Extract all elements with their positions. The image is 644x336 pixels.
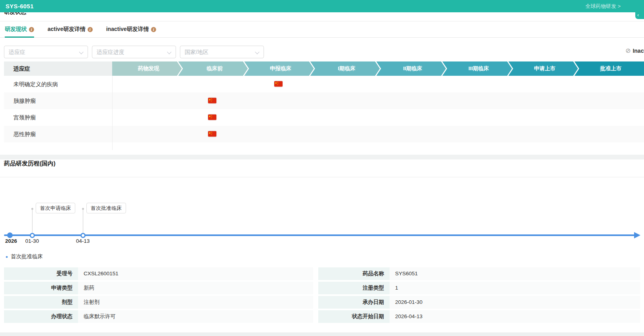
detail-gap <box>313 267 318 280</box>
detail-gap <box>313 310 318 323</box>
detail-row: 剂型注射剂承办日期2026-01-30 <box>4 296 640 309</box>
stage-7: 申请上市 <box>508 61 578 76</box>
detail-row: 受理号CXSL2600151药品名称SYS6051 <box>4 267 640 280</box>
stage-5: II期临床 <box>376 61 446 76</box>
indication-table: 适应症 药物发现临床前申报临床I期临床II期临床III期临床申请上市批准上市 未… <box>4 61 644 150</box>
timeline-year-label: 2026 <box>2 238 20 244</box>
detail-label: 药品名称 <box>318 267 390 280</box>
stage-6: III期临床 <box>442 61 512 76</box>
slash-circle-icon: ⊘ <box>625 48 631 54</box>
detail-label: 剂型 <box>4 296 78 309</box>
detail-label: 受理号 <box>4 267 78 280</box>
detail-value: SYS6051 <box>390 267 640 280</box>
stage-2: 临床前 <box>178 61 248 76</box>
drug-title: SYS-6051 <box>6 3 34 10</box>
breadcrumb[interactable]: 全球药物研发 > <box>585 3 621 10</box>
column-divider <box>112 76 113 150</box>
filter-select-indication-progress[interactable]: 适应症进度 <box>92 46 176 58</box>
tab-current-status[interactable]: 研发现状i <box>5 21 34 37</box>
stage-8: 批准上市 <box>574 61 644 76</box>
event-detail-heading-label: 首次批准临床 <box>11 253 43 260</box>
china-flag-icon[interactable] <box>208 98 216 104</box>
indication-label: 未明确定义的疾病 <box>4 76 644 92</box>
indication-column-header: 适应症 <box>4 61 112 76</box>
stage-1: 药物发现 <box>112 61 182 76</box>
filter-dropdowns: 适应症适应症进度国家/地区 <box>4 46 264 58</box>
timeline-event-label[interactable]: 首次申请临床 <box>36 203 75 213</box>
bullet-icon: • <box>6 253 8 260</box>
stage-4: I期临床 <box>310 61 380 76</box>
info-icon[interactable]: i <box>88 27 93 32</box>
timeline-event-date: 01-30 <box>23 238 41 244</box>
chevron-down-icon <box>167 50 171 54</box>
detail-label: 承办日期 <box>318 296 390 309</box>
indication-table-header: 适应症 药物发现临床前申报临床I期临床II期临床III期临床申请上市批准上市 <box>4 61 644 76</box>
china-flag-icon[interactable] <box>208 114 216 120</box>
china-flag-icon[interactable] <box>274 81 283 87</box>
timeline-event-date: 04-13 <box>74 238 92 244</box>
detail-value: 临床默示许可 <box>78 310 313 323</box>
chevron-down-icon <box>79 50 83 54</box>
indication-label: 宫颈肿瘤 <box>4 109 644 126</box>
detail-value: 2026-04-13 <box>390 310 640 323</box>
event-detail-heading: • 首次批准临床 <box>6 253 43 260</box>
china-flag-icon[interactable] <box>208 131 216 137</box>
timeline-event-dot[interactable] <box>80 233 86 238</box>
detail-label: 办理状态 <box>4 310 78 323</box>
stage-3: 申报临床 <box>244 61 314 76</box>
detail-gap <box>313 282 318 294</box>
timeline-event-label[interactable]: 首次批准临床 <box>86 203 126 213</box>
indication-row: 宫颈肿瘤 <box>4 109 644 126</box>
filter-select-indication[interactable]: 适应症 <box>4 46 88 58</box>
timeline-event-stem <box>32 209 32 233</box>
inactive-legend[interactable]: ⊘ Inactive <box>625 48 644 54</box>
detail-label: 状态开始日期 <box>318 310 390 323</box>
filter-select-country-region[interactable]: 国家/地区 <box>180 46 264 58</box>
timeline-stem-dot <box>31 208 33 210</box>
timeline-arrow-icon <box>634 232 640 238</box>
info-icon[interactable]: i <box>151 27 156 32</box>
indication-rows: 未明确定义的疾病胰腺肿瘤宫颈肿瘤恶性肿瘤 <box>4 76 644 142</box>
tab-label: active研发详情 <box>48 26 86 33</box>
detail-label: 申请类型 <box>4 282 78 294</box>
inactive-legend-label: Inactive <box>633 48 644 54</box>
detail-value: 注射剂 <box>78 296 313 309</box>
timeline-stem-dot <box>82 208 84 210</box>
chevron-down-icon <box>255 50 259 54</box>
timeline-start-dot[interactable] <box>7 232 13 238</box>
section-divider <box>0 155 644 159</box>
approval-details-table: 受理号CXSL2600151药品名称SYS6051申请类型新药注册类型1剂型注射… <box>4 267 640 324</box>
tab-inactive-details[interactable]: inactive研发详情i <box>106 21 156 37</box>
development-timeline: 2026 首次申请临床01-30首次批准临床04-13 <box>0 177 644 253</box>
indication-row: 恶性肿瘤 <box>4 126 644 142</box>
app-header: SYS-6051 全球药物研发 > <box>0 0 644 12</box>
timeline-event-stem <box>83 209 83 233</box>
detail-value: 2026-01-30 <box>390 296 640 309</box>
timeline-axis <box>4 234 636 236</box>
detail-value: CXSL2600151 <box>78 267 313 280</box>
detail-value: 1 <box>390 282 640 294</box>
detail-gap <box>313 296 318 309</box>
indication-label: 恶性肿瘤 <box>4 126 644 142</box>
page: 研发状态 SYS-6051 全球药物研发 > ‹ 研发现状iactive研发详情… <box>0 0 644 336</box>
side-flyout-tab[interactable]: ‹ <box>635 12 644 19</box>
stage-chevron-bar: 药物发现临床前申报临床I期临床II期临床III期临床申请上市批准上市 <box>112 61 644 76</box>
bottom-strip <box>0 332 644 336</box>
detail-row: 申请类型新药注册类型1 <box>4 282 640 294</box>
tab-active-details[interactable]: active研发详情i <box>48 21 93 37</box>
info-icon[interactable]: i <box>29 27 34 32</box>
indication-row: 胰腺肿瘤 <box>4 92 644 109</box>
indication-label: 胰腺肿瘤 <box>4 92 644 109</box>
indication-row: 未明确定义的疾病 <box>4 76 644 92</box>
chevron-left-icon: ‹ <box>637 12 639 18</box>
detail-value: 新药 <box>78 282 313 294</box>
filter-bar: 适应症适应症进度国家/地区 ⊘ Inactive <box>0 46 644 58</box>
detail-row: 办理状态临床默示许可状态开始日期2026-04-13 <box>4 310 640 323</box>
timeline-event-dot[interactable] <box>30 233 35 238</box>
detail-label: 注册类型 <box>318 282 390 294</box>
tab-label: 研发现状 <box>5 26 27 33</box>
tab-label: inactive研发详情 <box>106 26 149 33</box>
tab-bar: 研发现状iactive研发详情iinactive研发详情i <box>0 21 644 38</box>
history-section-title: 药品研发历程(国内) <box>4 160 55 167</box>
